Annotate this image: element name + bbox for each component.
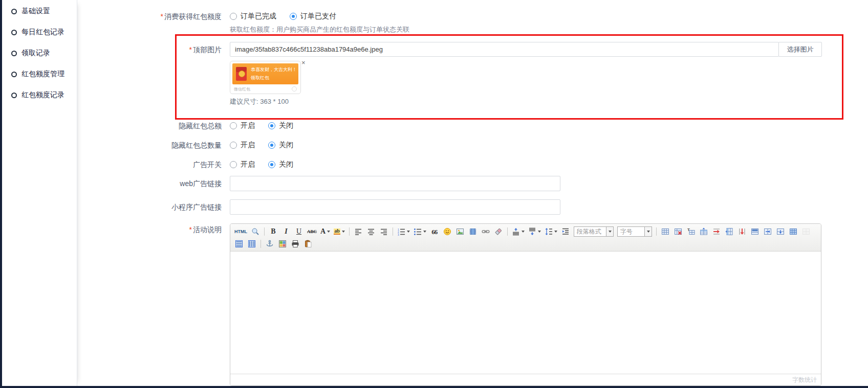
anchor-icon[interactable]: [264, 238, 276, 249]
bold-button[interactable]: B: [267, 226, 279, 237]
sidebar-item-label: 红包额度记录: [21, 90, 64, 100]
radio-circle-icon: [11, 30, 17, 35]
toolbar-separator: [393, 227, 393, 236]
ad-switch-radio-group: 开启 关闭: [230, 161, 293, 169]
radio-ad-off[interactable]: 关闭: [268, 160, 293, 169]
delete-column-icon[interactable]: [736, 226, 748, 237]
radio-ad-on[interactable]: 开启: [230, 160, 255, 169]
chevron-down-icon: [327, 231, 330, 233]
paragraph-space-bottom-button[interactable]: [527, 226, 542, 237]
map-image-icon[interactable]: [276, 238, 289, 249]
toolbar-row-2: [233, 238, 818, 250]
radio-selected-icon: [268, 142, 275, 149]
editor-status-bar: 字数统计: [230, 374, 821, 385]
merge-cells-icon[interactable]: [749, 226, 761, 237]
radio-hide-count-off[interactable]: 关闭: [268, 141, 293, 150]
red-envelope-icon: [236, 67, 247, 81]
radio-order-paid[interactable]: 订单已支付: [290, 12, 336, 21]
chevron-down-icon: [644, 227, 652, 236]
radio-circle-icon: [11, 51, 17, 56]
mini-ad-link-input[interactable]: [230, 199, 560, 215]
consume-quota-help-text: 获取红包额度：用户购买商品产生的红包额度与订单状态关联: [230, 25, 409, 34]
ordered-list-button[interactable]: 123: [396, 226, 411, 237]
insert-table-icon[interactable]: [659, 226, 671, 237]
choose-image-button[interactable]: 选择图片: [778, 42, 822, 57]
blockquote-button[interactable]: 66: [428, 226, 441, 237]
sidebar-item-basic-settings[interactable]: 基础设置: [11, 6, 77, 16]
split-cols-icon[interactable]: [762, 226, 774, 237]
red-packet-settings-page: 基础设置 每日红包记录 领取记录 红包额度管理 红包额度记录 *消费获得红包额度…: [0, 0, 868, 388]
sidebar-item-quota-management[interactable]: 红包额度管理: [11, 69, 77, 79]
underline-button[interactable]: U: [293, 226, 305, 237]
radio-hide-total-off[interactable]: 关闭: [268, 121, 293, 130]
wechat-redpacket-label: 微信红包: [234, 86, 250, 92]
radio-unselected-icon: [230, 13, 237, 20]
sidebar-item-quota-records[interactable]: 红包额度记录: [11, 90, 77, 100]
remove-format-icon[interactable]: [492, 226, 505, 237]
image-preview-card: 恭喜发财，大吉大利！ 领取红包 微信红包: [230, 61, 301, 94]
unordered-list-button[interactable]: [412, 226, 428, 237]
rich-text-editor: HTML B I U ABC A ab 123 66: [230, 223, 821, 386]
font-size-select[interactable]: 字号: [617, 226, 652, 237]
radio-unselected-icon: [230, 122, 237, 129]
radio-circle-icon: [11, 72, 17, 77]
sidebar-item-claim-records[interactable]: 领取记录: [11, 48, 77, 58]
sidebar-item-daily-records[interactable]: 每日红包记录: [11, 27, 77, 37]
distribute-rows-icon[interactable]: [233, 238, 245, 249]
circle-icon: [292, 86, 297, 92]
link-icon[interactable]: [480, 226, 492, 237]
italic-button[interactable]: I: [280, 226, 292, 237]
font-color-button[interactable]: A: [319, 226, 332, 237]
paragraph-space-top-button[interactable]: [510, 226, 526, 237]
radio-circle-icon: [11, 93, 17, 98]
insert-row-above-icon[interactable]: [698, 226, 710, 237]
app-shell-bottom-edge: [0, 386, 868, 388]
highlight-color-button[interactable]: ab: [332, 226, 346, 237]
editor-content-area[interactable]: [230, 252, 821, 374]
chevron-down-icon: [342, 231, 345, 233]
preview-icon[interactable]: [249, 226, 262, 237]
red-packet-banner-preview: 恭喜发财，大吉大利！ 领取红包: [232, 63, 298, 84]
web-ad-link-input[interactable]: [230, 176, 560, 191]
radio-unselected-icon: [230, 161, 237, 168]
insert-column-icon[interactable]: [723, 226, 735, 237]
insert-media-icon[interactable]: [467, 226, 479, 237]
delete-table-icon[interactable]: [672, 226, 684, 237]
table-disabled-icon: [800, 226, 812, 237]
banner-subtitle: 领取红包: [251, 75, 269, 81]
distribute-cols-icon[interactable]: [246, 238, 258, 249]
consume-quota-label: *消费获得红包额度: [82, 12, 222, 20]
sidebar-item-label: 红包额度管理: [21, 70, 64, 79]
cell-properties-icon[interactable]: T: [685, 226, 697, 237]
radio-circle-icon: [11, 9, 17, 14]
chevron-down-icon: [606, 227, 613, 236]
required-asterisk: *: [161, 12, 163, 20]
top-image-label: *顶部图片: [82, 45, 222, 54]
table-full-icon[interactable]: [787, 226, 799, 237]
sidebar-item-label: 领取记录: [21, 49, 50, 58]
split-rows-icon[interactable]: [774, 226, 787, 237]
strikethrough-button[interactable]: ABC: [306, 226, 318, 237]
indent-button[interactable]: [559, 226, 572, 237]
emoji-icon[interactable]: [441, 226, 453, 237]
word-count-label[interactable]: 字数统计: [792, 376, 817, 384]
align-right-icon[interactable]: [378, 226, 390, 237]
delete-row-icon[interactable]: [710, 226, 723, 237]
hide-count-label: 隐藏红包总数量: [82, 141, 222, 149]
radio-order-completed[interactable]: 订单已完成: [230, 12, 276, 21]
line-height-button[interactable]: [543, 226, 559, 237]
align-left-icon[interactable]: [352, 226, 364, 237]
print-icon[interactable]: [289, 238, 301, 249]
radio-hide-total-on[interactable]: 开启: [230, 121, 255, 130]
web-ad-link-label: web广告链接: [82, 179, 222, 188]
svg-text:3: 3: [398, 233, 399, 236]
top-image-path-input[interactable]: [230, 42, 779, 57]
align-center-icon[interactable]: [365, 226, 377, 237]
paste-icon[interactable]: [302, 238, 314, 249]
remove-image-icon[interactable]: ×: [301, 59, 306, 66]
paragraph-format-select[interactable]: 段落格式: [574, 226, 614, 237]
html-source-button[interactable]: HTML: [233, 226, 249, 237]
radio-hide-count-on[interactable]: 开启: [230, 141, 255, 150]
insert-image-icon[interactable]: [454, 226, 466, 237]
required-asterisk: *: [189, 225, 192, 234]
